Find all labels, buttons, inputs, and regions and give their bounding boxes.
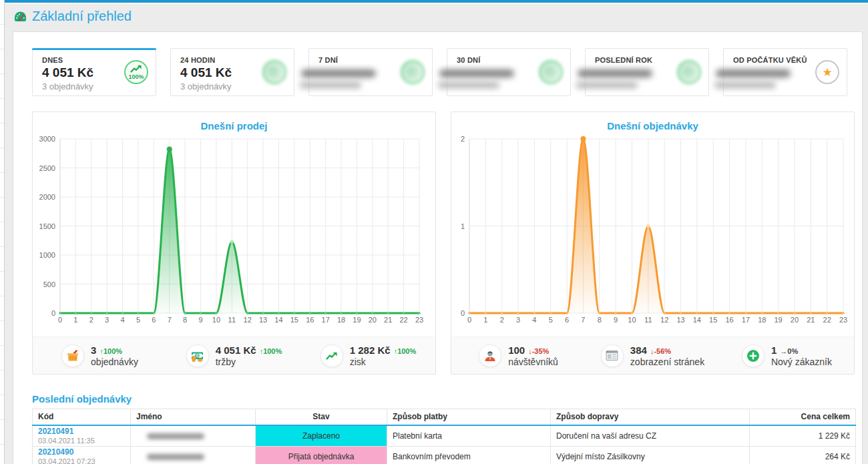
period-card-24-hodin[interactable]: 24 HODIN4 051 Kč 3 objednávky — [170, 48, 294, 96]
redacted-card-subtext — [714, 82, 776, 88]
svg-text:0: 0 — [196, 353, 198, 358]
order-status-cell: Zaplaceno — [256, 425, 387, 447]
dashboard-panel: DNES4 051 Kč 3 objednávky100%24 HODIN4 0… — [13, 31, 863, 464]
stat-label: zobrazení stránek — [630, 357, 704, 367]
svg-text:7: 7 — [581, 316, 585, 324]
svg-text:22: 22 — [399, 316, 407, 324]
column-header-stav: Stav — [256, 409, 387, 426]
order-date: 03.04.2021 07:23 — [38, 457, 125, 464]
stat-icon-circle — [601, 344, 624, 367]
svg-text:0: 0 — [461, 309, 465, 317]
orders-table-header-row: KódJménoStavZpůsob platbyZpůsob dopravyC… — [33, 409, 856, 426]
order-payment-cell: Bankovním převodem — [387, 447, 551, 464]
redacted-card-value — [578, 69, 652, 77]
stat-icon-circle — [742, 344, 765, 367]
period-card-dnes[interactable]: DNES4 051 Kč 3 objednávky100% — [32, 48, 156, 96]
svg-text:7: 7 — [168, 316, 172, 324]
svg-text:0: 0 — [467, 316, 471, 324]
pages-icon — [606, 350, 618, 361]
svg-text:9: 9 — [198, 316, 202, 324]
svg-text:21: 21 — [384, 316, 392, 324]
svg-text:19: 19 — [353, 316, 361, 324]
order-code-link[interactable]: 20210490 — [38, 448, 125, 457]
svg-text:2: 2 — [500, 316, 504, 324]
svg-text:0: 0 — [58, 316, 62, 324]
svg-text:1500: 1500 — [39, 222, 55, 230]
order-shipping-cell: Doručení na vaší adresu CZ — [551, 425, 750, 447]
stat-value: 4 051 Kč — [216, 344, 256, 356]
order-status-badge: Přijatá objednávka — [256, 447, 387, 464]
order-payment-cell: Platební karta — [387, 425, 551, 447]
column-header-zp-sob-dopravy: Způsob dopravy — [551, 409, 750, 426]
stat-delta-value: -56% — [654, 347, 671, 355]
order-customer-cell — [131, 425, 256, 447]
svg-text:22: 22 — [823, 316, 831, 324]
svg-text:12: 12 — [660, 316, 668, 324]
redacted-customer-name — [147, 454, 204, 460]
order-date: 03.04.2021 11:35 — [38, 437, 125, 445]
svg-text:11: 11 — [228, 316, 236, 324]
stat-zisk: 1 282 Kč↑100% zisk — [301, 337, 435, 374]
last-orders-section: Poslední objednávky KódJménoStavZpůsob p… — [32, 393, 855, 464]
svg-text:16: 16 — [306, 316, 314, 324]
redacted-card-value — [439, 69, 514, 77]
stat-label: návštěvníků — [508, 357, 558, 367]
svg-text:6: 6 — [565, 316, 569, 324]
stat-label: zisk — [350, 357, 417, 367]
svg-text:17: 17 — [322, 316, 330, 324]
stat-delta-value: 100% — [103, 347, 122, 355]
badge-percent: 100% — [128, 73, 144, 80]
stat-delta-value: 100% — [397, 347, 416, 355]
svg-text:5: 5 — [136, 316, 140, 324]
redacted-card-subtext — [576, 82, 638, 88]
page-header: Základní přehled — [14, 9, 132, 24]
stat-icon-circle: 0 — [186, 344, 209, 367]
period-card-30-dn[interactable]: 30 DNÍ — [447, 48, 571, 96]
svg-text:6: 6 — [152, 316, 156, 324]
stat-delta-flat: →0% — [780, 347, 798, 355]
stat-label: objednávky — [91, 357, 138, 367]
stat-delta-value: 0% — [787, 347, 798, 355]
top-accent-bar-underline — [5, 3, 868, 4]
svg-text:8: 8 — [598, 316, 602, 324]
order-code-link[interactable]: 20210491 — [38, 427, 125, 436]
stat-tr-by: 0 4 051 Kč↑100% tržby — [167, 337, 301, 374]
svg-text:14: 14 — [274, 316, 282, 324]
period-card-7-dn[interactable]: 7 DNÍ — [308, 48, 433, 96]
stat-icon-circle — [320, 344, 343, 367]
svg-text:13: 13 — [676, 316, 684, 324]
period-card-posledn-rok[interactable]: POSLEDNÍ ROK — [585, 48, 709, 96]
stat-delta-up: ↑100% — [260, 347, 282, 355]
order-customer-cell — [131, 447, 256, 464]
svg-text:8: 8 — [183, 316, 187, 324]
column-header-cena-celkem: Cena celkem — [750, 409, 856, 426]
last-orders-title: Poslední objednávky — [32, 393, 855, 405]
chart-footer-stats: 100↓-35% návštěvníků 384↓-56% zobrazení … — [451, 336, 854, 374]
period-card-od-po-tku-v-k[interactable]: OD POČÁTKU VĚKŮ ★ — [723, 48, 847, 96]
stat-n-v-t-vn-k: 100↓-35% návštěvníků — [451, 337, 586, 374]
column-header-k-d: Kód — [33, 409, 131, 426]
dne-n-objedn-vky-chart-panel: Dnešní objednávky 0120123456789101112131… — [451, 111, 855, 375]
dne-n-objedn-vky-chart-svg: 0120123456789101112131415161718192021222… — [451, 136, 854, 331]
svg-text:0: 0 — [51, 309, 55, 317]
stat-value: 3 — [91, 344, 96, 356]
svg-text:17: 17 — [742, 316, 750, 324]
stat-value: 1 282 Kč — [350, 344, 391, 356]
order-total-cell: 264 Kč — [750, 447, 856, 464]
column-header-jm-no: Jméno — [131, 409, 256, 426]
stat-delta-up: ↑100% — [99, 347, 122, 355]
stat-nov-z-kazn-k: 1→0% Nový zákazník — [720, 337, 854, 374]
svg-text:1: 1 — [73, 316, 77, 324]
svg-text:3: 3 — [105, 316, 109, 324]
svg-text:10: 10 — [212, 316, 220, 324]
svg-text:11: 11 — [644, 316, 652, 324]
basket-icon — [66, 349, 79, 363]
stat-zobrazen-str-nek: 384↓-56% zobrazení stránek — [586, 337, 720, 374]
svg-text:9: 9 — [614, 316, 618, 324]
charts-row: Dnešní prodej 05001000150020002500300001… — [32, 111, 855, 375]
svg-text:15: 15 — [290, 316, 298, 324]
svg-text:21: 21 — [807, 316, 815, 324]
period-cards-row: DNES4 051 Kč 3 objednávky100%24 HODIN4 0… — [32, 48, 847, 96]
order-status-cell: Přijatá objednávka — [256, 447, 387, 464]
svg-text:20: 20 — [791, 316, 799, 324]
